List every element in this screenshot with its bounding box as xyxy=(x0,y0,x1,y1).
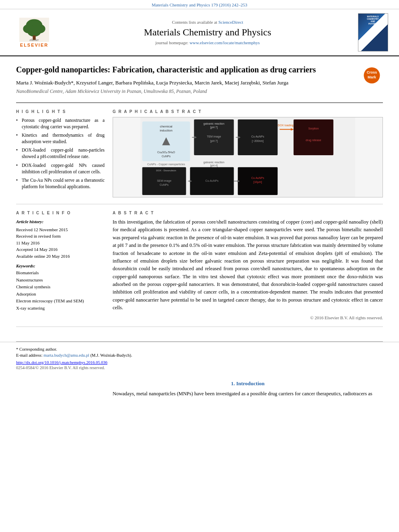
article-title-section: Copper-gold nanoparticles: Fabrication, … xyxy=(16,64,383,103)
sciencedirect-line: Contents lists available at ScienceDirec… xyxy=(172,20,243,25)
svg-text:Cu AuNPs: Cu AuNPs xyxy=(251,177,264,179)
svg-text:induction: induction xyxy=(160,129,173,132)
svg-text:[pH 7]: [pH 7] xyxy=(210,126,218,129)
svg-text:[pH 4]: [pH 4] xyxy=(210,164,218,167)
journal-header-center: Contents lists available at ScienceDirec… xyxy=(64,13,351,51)
svg-point-4 xyxy=(27,27,41,37)
svg-text:drug release: drug release xyxy=(306,139,321,142)
introduction-text: Nowadays, metal nanoparticles (MNPs) hav… xyxy=(113,390,383,398)
article-info-label: A R T I C L E I N F O xyxy=(16,211,105,215)
journal-cover-area: MATERIALSCHEMISTRYANDPHYSICS xyxy=(355,13,391,51)
abstract-text: In this investigation, the fabrication o… xyxy=(113,218,383,312)
article-info-column: A R T I C L E I N F O Article history: R… xyxy=(16,211,105,320)
svg-text:CuNPs: CuNPs xyxy=(160,183,169,186)
abstract-column: A B S T R A C T In this investigation, t… xyxy=(113,211,383,320)
history-label: Article history: xyxy=(16,218,105,226)
svg-text:Cu₂SO₄·5H₂O: Cu₂SO₄·5H₂O xyxy=(157,151,175,154)
svg-text:SEM image: SEM image xyxy=(157,179,171,183)
keyword-item: Nanostructures xyxy=(16,277,105,284)
cover-title-text: MATERIALSCHEMISTRYANDPHYSICS xyxy=(367,15,378,25)
abstract-copyright: © 2016 Elsevier B.V. All rights reserved… xyxy=(113,315,383,320)
highlights-label: H I G H L I G H T S xyxy=(16,109,105,114)
list-item: DOX-loaded copper-gold nano-particles sh… xyxy=(16,147,105,160)
article-title: Copper-gold nanoparticles: Fabrication, … xyxy=(16,64,355,75)
received-date: Received 12 November 2015 xyxy=(16,226,105,233)
citation-text: Materials Chemistry and Physics 179 (201… xyxy=(152,2,247,7)
highlights-column: H I G H L I G H T S Porous copper-gold n… xyxy=(16,109,105,197)
article-history: Article history: Received 12 November 20… xyxy=(16,218,105,259)
graphical-abstract-column: G R A P H I C A L A B S T R A C T chemic… xyxy=(113,109,383,197)
introduction-heading: 1. Introduction xyxy=(113,380,383,387)
doi-line: http://dx.doi.org/10.1016/j.matchemphys.… xyxy=(16,360,383,365)
list-item: DOX-loaded copper-gold NPs caused inhibi… xyxy=(16,162,105,175)
svg-text:elsevier: elsevier xyxy=(30,38,39,42)
svg-text:chemical: chemical xyxy=(160,125,172,128)
journal-cover-image: MATERIALSCHEMISTRYANDPHYSICS xyxy=(358,13,388,51)
list-item: The Cu-Au NPs could serve as a theranost… xyxy=(16,177,105,190)
svg-text:TEM image: TEM image xyxy=(207,135,221,138)
svg-text:Mark: Mark xyxy=(368,75,376,79)
keyword-item: Chemical synthesis xyxy=(16,283,105,291)
graphical-abstract-svg: chemical induction Cu₂SO₄·5H₂O CuNPs TEM… xyxy=(113,117,383,197)
author-email-link[interactable]: marta.budych@amu.edu.pl xyxy=(43,353,89,357)
list-item: Kinetics and thermodynamics of drug adso… xyxy=(16,132,105,145)
crossmark-area: Cross Mark xyxy=(363,66,383,86)
svg-text:CuNPs - Copper nanoparticles: CuNPs - Copper nanoparticles xyxy=(147,163,185,166)
svg-text:CuNPs: CuNPs xyxy=(162,155,171,158)
keyword-item: Electron microscopy (TEM and SEM) xyxy=(16,298,105,305)
highlights-list: Porous copper-gold nanostructure as a cy… xyxy=(16,117,105,190)
footer-notes: * Corresponding author. E-mail address: … xyxy=(16,346,383,370)
svg-text:Cu-AuNPs: Cu-AuNPs xyxy=(206,179,219,182)
article-info-abstract-section: A R T I C L E I N F O Article history: R… xyxy=(16,211,383,327)
available-date: Available online 20 May 2016 xyxy=(16,253,105,260)
abstract-label: A B S T R A C T xyxy=(113,211,383,215)
svg-text:[10μm]: [10μm] xyxy=(253,181,262,184)
corresponding-author-note: * Corresponding author. E-mail address: … xyxy=(16,346,383,359)
highlights-graphical-section: H I G H L I G H T S Porous copper-gold n… xyxy=(16,109,383,204)
svg-text:[pH 7]: [pH 7] xyxy=(210,140,218,143)
main-content: Copper-gold nanoparticles: Fabrication, … xyxy=(0,56,399,341)
crossmark-icon: Cross Mark xyxy=(363,66,381,84)
graphical-abstract-label: G R A P H I C A L A B S T R A C T xyxy=(113,109,383,114)
issn-line: 0254-0584/© 2016 Elsevier B.V. All right… xyxy=(16,366,383,370)
elsevier-logo-area: elsevier ELSEVIER xyxy=(8,13,60,51)
keyword-item: Biomaterials xyxy=(16,269,105,277)
page-footer: * Corresponding author. E-mail address: … xyxy=(0,342,399,374)
keywords-label: Keywords: xyxy=(16,263,105,268)
article-title-area: Copper-gold nanoparticles: Fabrication, … xyxy=(16,64,355,96)
svg-text:Cross: Cross xyxy=(367,70,377,74)
elsevier-brand-text: ELSEVIER xyxy=(20,43,48,47)
svg-text:DOX - Doxorubicin: DOX - Doxorubicin xyxy=(156,169,176,172)
top-citation-bar: Materials Chemistry and Physics 179 (201… xyxy=(0,0,399,9)
journal-homepage-line: journal homepage: www.elsevier.com/locat… xyxy=(155,40,260,45)
elsevier-logo: elsevier ELSEVIER xyxy=(18,18,50,47)
svg-text:Sorption: Sorption xyxy=(308,127,319,130)
graphical-abstract-image: chemical induction Cu₂SO₄·5H₂O CuNPs TEM… xyxy=(113,117,383,197)
introduction-content: 1. Introduction Nowadays, metal nanopart… xyxy=(113,380,383,398)
svg-rect-32 xyxy=(294,119,333,155)
journal-homepage-link[interactable]: www.elsevier.com/locate/matchemphys xyxy=(189,40,260,45)
received-revised: Received in revised form 11 May 2016 xyxy=(16,233,105,246)
svg-text:Cu AuNPs: Cu AuNPs xyxy=(251,135,264,138)
authors-list: Marta J. Woźniak-Budych*, Krzysztof Lang… xyxy=(16,80,355,86)
svg-text:galvanic reaction: galvanic reaction xyxy=(204,122,224,125)
svg-text:galvanic reaction: galvanic reaction xyxy=(204,161,224,164)
svg-text:[~200nm]: [~200nm] xyxy=(252,140,263,143)
keyword-item: Adsorption xyxy=(16,291,105,298)
accepted-date: Accepted 14 May 2016 xyxy=(16,246,105,253)
sciencedirect-link[interactable]: ScienceDirect xyxy=(218,20,243,25)
affiliation-text: NanoBiomedical Centre, Adam Mickiewicz U… xyxy=(16,88,355,94)
keywords-list: Biomaterials Nanostructures Chemical syn… xyxy=(16,269,105,312)
introduction-section: 1. Introduction Nowadays, metal nanopart… xyxy=(0,374,399,404)
keyword-item: X-ray scattering xyxy=(16,305,105,312)
journal-title: Materials Chemistry and Physics xyxy=(144,27,271,38)
list-item: Porous copper-gold nanostructure as a cy… xyxy=(16,117,105,130)
intro-left-spacer xyxy=(16,380,105,398)
svg-text:DOX loading: DOX loading xyxy=(278,124,293,127)
doi-link[interactable]: http://dx.doi.org/10.1016/j.matchemphys.… xyxy=(16,360,107,365)
elsevier-tree-icon: elsevier xyxy=(18,18,50,42)
journal-header: elsevier ELSEVIER Contents lists availab… xyxy=(0,9,399,56)
